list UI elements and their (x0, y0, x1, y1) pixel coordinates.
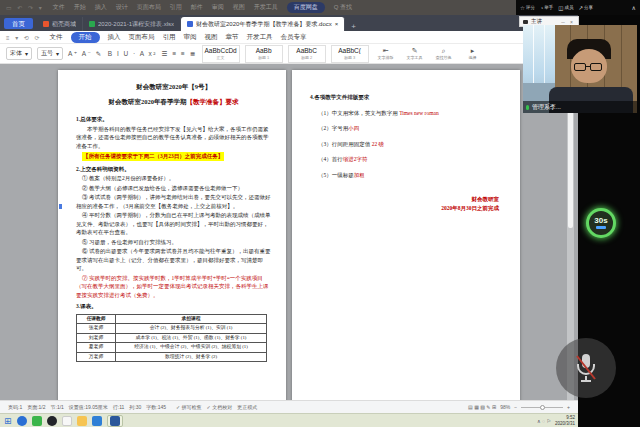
font-grow-shrink-icons[interactable]: A⁺ A⁻ ✎ (68, 50, 103, 58)
menu-page-layout[interactable]: 页面布局 (129, 33, 155, 42)
menu-references[interactable]: 引用 (163, 33, 176, 42)
collapse-panel-button[interactable]: ∧ (632, 4, 636, 11)
new-tab-button[interactable]: + (345, 22, 362, 31)
style-normal[interactable]: AaBbCcDd 正文 (202, 45, 240, 63)
font-size-select[interactable]: 五号 ▾ (37, 47, 63, 60)
document-page-2: 4.各项教学文件排版要求 （1）中文用宋体，英文与数字用 Times new r… (292, 70, 520, 400)
bg-menu-design[interactable]: 设计 (116, 3, 128, 12)
camera-icon (523, 20, 528, 24)
glasses-right-lens (590, 63, 602, 71)
browser-icon[interactable] (17, 416, 27, 426)
file-menu-icons[interactable]: ≡ ▾ ⟲ ⟳ (6, 34, 42, 41)
style-heading1[interactable]: AaBb 标题 1 (245, 45, 283, 63)
select-tool[interactable]: ▸ 选择 (461, 47, 485, 61)
style-heading2[interactable]: AaBbC 标题 2 (288, 45, 326, 63)
menu-member[interactable]: 会员专享 (281, 33, 307, 42)
webcam-video-feed[interactable]: 管理系李... (523, 25, 637, 113)
section-4-heading: 4.各项教学文件排版要求 (310, 93, 505, 102)
raise-hand-button[interactable]: ◔ 举手 (540, 5, 553, 11)
document-page-1: 财会教研室2020年【9号】 财会教研室2020年春季学期【教学准备】要求 1.… (58, 70, 286, 400)
font-size-value: 五号 (41, 49, 53, 58)
zoom-controls: ▤ ▦ ▧ ✎ ⊞ 98% − + (468, 404, 570, 410)
bg-menu-review[interactable]: 审阅 (212, 3, 224, 12)
bg-menu-home[interactable]: 开始 (74, 3, 86, 12)
style-label: 正文 (203, 54, 239, 61)
view-mode-icons[interactable]: ▤ ▦ ▧ ✎ ⊞ (468, 404, 496, 410)
participant-name-bar: 管理系李... (523, 101, 637, 113)
cursor-icon: ▸ (461, 47, 485, 54)
clock-date: 2020/3/31 (555, 421, 575, 427)
font-name-select[interactable]: 宋体 ▾ (6, 47, 32, 60)
close-tab-icon[interactable]: × (335, 21, 339, 27)
quick-access-icons[interactable]: ▭ ↶ ↷ ▾ (6, 4, 44, 11)
bg-menu-devtools[interactable]: 开发工具 (254, 3, 278, 12)
text-tool[interactable]: ✎ 文字工具 (403, 47, 427, 61)
qq-penguin-icon[interactable] (47, 416, 57, 426)
font-name-value: 宋体 (10, 49, 22, 58)
zoom-slider[interactable] (521, 407, 563, 408)
window-controls[interactable]: ─ × (561, 19, 575, 25)
tray-icons[interactable]: ∧ ◌ ⚐ (537, 418, 551, 424)
pencil-icon: ✎ (403, 47, 427, 54)
format-rule: （5）一级标题加粗 (310, 171, 505, 180)
members-button[interactable]: ◫ 成员 (558, 5, 573, 11)
taskbar-clock[interactable]: 9:52 2020/3/31 (555, 415, 575, 426)
section-1-paragraph: 本学期各科目的教学任务已经安排下发【见六号】给大家，各项工作仍需紧张准备，还需各… (76, 125, 271, 151)
page-2-content: 4.各项教学文件排版要求 （1）中文用宋体，英文与数字用 Times new r… (292, 70, 520, 400)
active-app-slot[interactable] (107, 415, 123, 427)
start-button[interactable]: ⊞ (4, 416, 12, 426)
zoom-out-button[interactable]: − (514, 404, 517, 410)
tab-docer-store[interactable]: 稻壳商城 (37, 17, 83, 31)
tool-label: 选择 (461, 54, 485, 61)
doc-title-2: 财会教研室2020年春季学期【教学准备】要求 (76, 98, 271, 107)
mic-muted-icon (573, 351, 599, 385)
menu-home-active[interactable]: 开始 (71, 32, 100, 43)
menu-file[interactable]: 文件 (50, 33, 63, 42)
page-1-content: 财会教研室2020年【9号】 财会教研室2020年春季学期【教学准备】要求 1.… (58, 70, 286, 400)
zoom-slider-knob[interactable] (540, 405, 545, 410)
bg-menu-layout[interactable]: 页面布局 (137, 3, 161, 12)
app-icon[interactable] (92, 416, 102, 426)
timer-progress-chip (596, 226, 606, 229)
status-checks[interactable]: ✓ 拼写检查 ✓ 文档校对 更正模式 (176, 404, 257, 410)
menu-review[interactable]: 审阅 (184, 33, 197, 42)
bg-find-command[interactable]: Q 查找 (334, 3, 352, 12)
wps-menu-bar: ≡ ▾ ⟲ ⟳ 文件 开始 插入 页面布局 引用 审阅 视图 章节 开发工具 会… (0, 31, 578, 44)
list-item: ① 教案（特别是2月份的课要备好）。 (76, 174, 271, 183)
tab-xlsx-schedule[interactable]: 2020-2021-1课程安排表.xlsx (83, 17, 181, 31)
menu-devtools[interactable]: 开发工具 (247, 33, 273, 42)
scrollbar-thumb[interactable] (568, 98, 573, 228)
style-label: 标题 3 (332, 54, 368, 61)
bg-menu-view[interactable]: 视图 (233, 3, 245, 12)
bg-menu-references[interactable]: 引用 (170, 3, 182, 12)
countdown-timer-badge[interactable]: 30s (586, 208, 616, 238)
share-button[interactable]: ↗ 分享 (578, 5, 593, 11)
tab-active-docx[interactable]: 财会教研室2020年春季学期【教学准备】要求.docx × (181, 17, 345, 31)
title-red: 【教学准备】要求 (187, 98, 239, 105)
menu-section[interactable]: 章节 (226, 33, 239, 42)
style-heading3[interactable]: AaBbC( 标题 3 (331, 45, 369, 63)
wps-home-button[interactable]: 首页 (4, 18, 33, 29)
find-replace-tool[interactable]: ⌕ 查找替换 (432, 47, 456, 61)
tab-label: 财会教研室2020年春季学期【教学准备】要求.docx (196, 20, 332, 29)
file-explorer-icon[interactable] (77, 416, 87, 426)
bold-italic-underline-icons[interactable]: B I U · A x² (108, 50, 157, 57)
document-canvas[interactable]: 财会教研室2020年【9号】 财会教研室2020年春季学期【教学准备】要求 1.… (0, 64, 578, 400)
table-row: 刘老师 成本学 (1)、税法 (1)、外贸 (1)、函数 (1)、财务学 (1) (77, 333, 267, 343)
menu-view[interactable]: 视图 (205, 33, 218, 42)
muted-microphone-button[interactable] (556, 338, 616, 398)
rate-button[interactable]: ☆ 评分 (520, 5, 535, 11)
hand-icon: ◔ (540, 5, 543, 11)
bg-menu-file[interactable]: 文件 (53, 3, 65, 12)
bg-menu-netdisk-pill[interactable]: 百度网盘 (287, 2, 325, 13)
menu-insert[interactable]: 插入 (108, 33, 121, 42)
zoom-in-button[interactable]: + (567, 404, 570, 410)
screen: ▭ ↶ ↷ ▾ 文件 开始 插入 设计 页面布局 引用 邮件 审阅 视图 开发工… (0, 0, 640, 427)
text-typeset-tool[interactable]: ⇤ 文字排版 (374, 47, 398, 61)
bg-menu-insert[interactable]: 插入 (95, 3, 107, 12)
deadline-highlight: 【所有任务请按要求于下周二（3月23日）之前完成任务】 (82, 152, 224, 161)
bg-menu-mailings[interactable]: 邮件 (191, 3, 203, 12)
paragraph-align-icons[interactable]: ☰ ≡ ≡ ≣ (162, 50, 197, 58)
wechat-icon[interactable] (32, 416, 42, 426)
notes-app-icon[interactable] (62, 416, 72, 426)
